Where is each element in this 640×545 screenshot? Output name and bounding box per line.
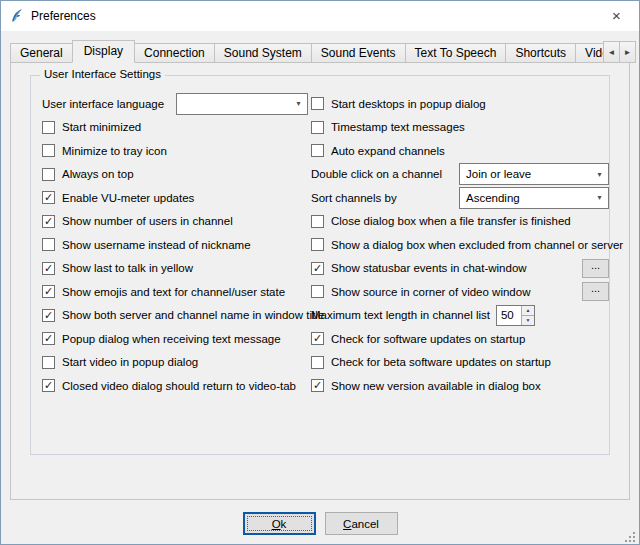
tab-general[interactable]: General	[10, 43, 73, 63]
sort-channels-label: Sort channels by	[311, 192, 397, 204]
checkbox-row-new-version[interactable]: ✓ Show new version available in dialog b…	[311, 374, 609, 398]
checkbox-video-source[interactable]	[311, 285, 324, 298]
checkbox-label: Start desktops in popup dialog	[331, 98, 486, 110]
checkbox-last-talk[interactable]: ✓	[42, 262, 55, 275]
checkbox-popup-text[interactable]: ✓	[42, 332, 55, 345]
checkbox-beta-updates[interactable]	[311, 356, 324, 369]
checkbox-label: Check for beta software updates on start…	[331, 356, 551, 368]
checkbox-label: Show last to talk in yellow	[62, 262, 193, 274]
checkbox-row-always-on-top[interactable]: Always on top	[42, 163, 308, 187]
ok-button-label: Ok	[272, 518, 287, 530]
checkbox-software-updates[interactable]: ✓	[311, 332, 324, 345]
checkbox-window-title[interactable]: ✓	[42, 309, 55, 322]
double-click-row: Double click on a channel Join or leave …	[311, 163, 609, 187]
dialog-footer: Ok Cancel	[1, 512, 639, 535]
checkbox-row-last-talk[interactable]: ✓ Show last to talk in yellow	[42, 257, 308, 281]
max-text-length-value[interactable]: 50	[497, 306, 521, 325]
tab-bar: General Display Connection Sound System …	[10, 40, 630, 63]
checkbox-label: Closed video dialog should return to vid…	[62, 380, 296, 392]
checkbox-close-transfer[interactable]	[311, 215, 324, 228]
checkbox-row-video-return[interactable]: ✓ Closed video dialog should return to v…	[42, 374, 308, 398]
checkbox-row-minimize-to-tray[interactable]: Minimize to tray icon	[42, 139, 308, 163]
tab-scroll-right-icon[interactable]: ►	[619, 41, 636, 63]
checkbox-label: Show both server and channel name in win…	[62, 309, 324, 321]
max-text-length-label: Maximum text length in channel list	[311, 309, 490, 321]
checkbox-start-minimized[interactable]	[42, 121, 55, 134]
checkbox-row-window-title[interactable]: ✓ Show both server and channel name in w…	[42, 304, 308, 328]
checkbox-row-excluded-dialog[interactable]: Show a dialog box when excluded from cha…	[311, 233, 609, 257]
checkbox-new-version[interactable]: ✓	[311, 379, 324, 392]
spin-up-icon[interactable]: ▲	[522, 306, 534, 315]
checkbox-video-popup[interactable]	[42, 356, 55, 369]
checkbox-emojis[interactable]: ✓	[42, 285, 55, 298]
checkbox-vu-meter[interactable]: ✓	[42, 191, 55, 204]
group-user-interface-settings: User Interface Settings User interface l…	[30, 75, 610, 455]
checkbox-label: Start video in popup dialog	[62, 356, 198, 368]
statusbar-events-more-button[interactable]: ...	[582, 259, 609, 278]
display-tab-page: User Interface Settings User interface l…	[10, 62, 630, 500]
checkbox-username[interactable]	[42, 238, 55, 251]
checkbox-row-software-updates[interactable]: ✓ Check for software updates on startup	[311, 327, 609, 351]
checkbox-label: Show username instead of nickname	[62, 239, 251, 251]
tab-connection[interactable]: Connection	[134, 43, 215, 63]
tab-sound-events[interactable]: Sound Events	[311, 43, 406, 63]
checkbox-row-username[interactable]: Show username instead of nickname	[42, 233, 308, 257]
checkbox-label: Always on top	[62, 168, 134, 180]
checkbox-user-count[interactable]: ✓	[42, 215, 55, 228]
right-column: Start desktops in popup dialog Timestamp…	[311, 92, 609, 398]
max-text-length-row: Maximum text length in channel list 50 ▲…	[311, 304, 609, 328]
app-feather-icon	[9, 8, 25, 24]
spin-buttons: ▲ ▼	[521, 306, 534, 325]
close-icon[interactable]: ×	[594, 1, 639, 30]
language-combobox[interactable]: ▾	[176, 93, 308, 115]
cancel-button-label: Cancel	[343, 518, 379, 530]
checkbox-row-vu-meter[interactable]: ✓ Enable VU-meter updates	[42, 186, 308, 210]
checkbox-row-start-minimized[interactable]: Start minimized	[42, 116, 308, 140]
checkbox-minimize-to-tray[interactable]	[42, 144, 55, 157]
preferences-dialog: Preferences × General Display Connection…	[0, 0, 640, 545]
checkbox-label: Show a dialog box when excluded from cha…	[331, 239, 623, 251]
checkbox-label: Check for software updates on startup	[331, 333, 525, 345]
checkbox-label: Popup dialog when receiving text message	[62, 333, 281, 345]
checkbox-timestamp[interactable]	[311, 121, 324, 134]
ok-button[interactable]: Ok	[243, 512, 316, 535]
sort-channels-combobox[interactable]: Ascending ▾	[459, 187, 609, 209]
tab-text-to-speech[interactable]: Text To Speech	[405, 43, 507, 63]
tab-sound-system[interactable]: Sound System	[214, 43, 312, 63]
checkbox-row-video-popup[interactable]: Start video in popup dialog	[42, 351, 308, 375]
checkbox-row-timestamp[interactable]: Timestamp text messages	[311, 116, 609, 140]
video-source-row[interactable]: Show source in corner of video window ..…	[311, 280, 609, 304]
tab-display[interactable]: Display	[72, 40, 135, 63]
tab-scroll-left-icon[interactable]: ◄	[603, 41, 620, 63]
checkbox-row-popup-text[interactable]: ✓ Popup dialog when receiving text messa…	[42, 327, 308, 351]
checkbox-row-close-transfer[interactable]: Close dialog box when a file transfer is…	[311, 210, 609, 234]
max-text-length-spinbox[interactable]: 50 ▲ ▼	[496, 305, 535, 326]
double-click-label: Double click on a channel	[311, 168, 442, 180]
resize-grip[interactable]	[624, 529, 636, 541]
video-source-more-button[interactable]: ...	[582, 282, 609, 301]
checkbox-row-desktops-popup[interactable]: Start desktops in popup dialog	[311, 92, 609, 116]
checkbox-statusbar-events[interactable]: ✓	[311, 262, 324, 275]
checkbox-desktops-popup[interactable]	[311, 97, 324, 110]
checkbox-label: Show number of users in channel	[62, 215, 233, 227]
checkbox-row-user-count[interactable]: ✓ Show number of users in channel	[42, 210, 308, 234]
checkbox-row-auto-expand[interactable]: Auto expand channels	[311, 139, 609, 163]
language-row: User interface language ▾	[42, 92, 308, 116]
group-title: User Interface Settings	[40, 68, 165, 80]
checkbox-label: Show emojis and text for channel/user st…	[62, 286, 285, 298]
checkbox-always-on-top[interactable]	[42, 168, 55, 181]
sort-channels-value: Ascending	[466, 192, 520, 204]
checkbox-row-emojis[interactable]: ✓ Show emojis and text for channel/user …	[42, 280, 308, 304]
checkbox-excluded-dialog[interactable]	[311, 238, 324, 251]
checkbox-row-beta-updates[interactable]: Check for beta software updates on start…	[311, 351, 609, 375]
tab-scroller: ◄ ►	[604, 41, 636, 63]
double-click-combobox[interactable]: Join or leave ▾	[459, 163, 609, 185]
cancel-button[interactable]: Cancel	[325, 512, 398, 535]
checkbox-video-return[interactable]: ✓	[42, 379, 55, 392]
tab-shortcuts[interactable]: Shortcuts	[505, 43, 576, 63]
spin-down-icon[interactable]: ▼	[522, 315, 534, 325]
sort-channels-row: Sort channels by Ascending ▾	[311, 186, 609, 210]
statusbar-events-row[interactable]: ✓ Show statusbar events in chat-window .…	[311, 257, 609, 281]
checkbox-auto-expand[interactable]	[311, 144, 324, 157]
titlebar[interactable]: Preferences ×	[1, 1, 639, 31]
